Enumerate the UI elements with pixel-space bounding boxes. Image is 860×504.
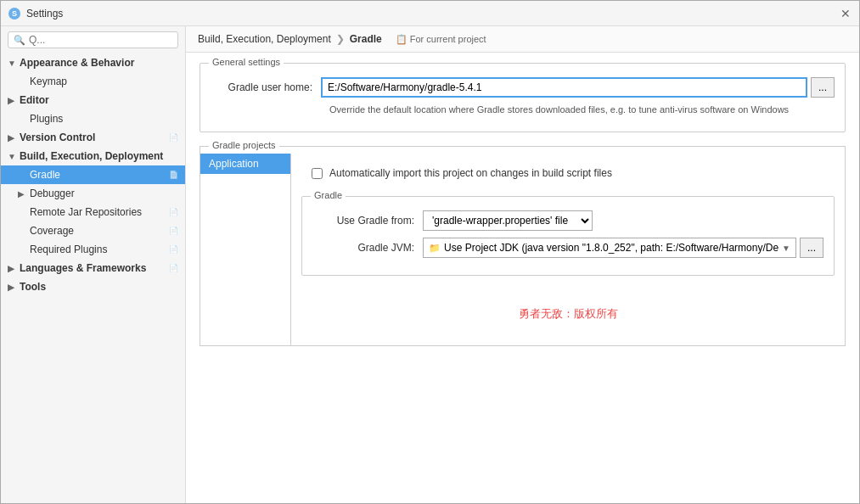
- sidebar-item-remote-jar-repositories[interactable]: Remote Jar Repositories📄: [1, 203, 185, 221]
- sidebar-item-build-execution-deployment[interactable]: ▼Build, Execution, Deployment: [1, 147, 185, 165]
- general-settings-content: Gradle user home: ... Override the defau…: [200, 64, 845, 132]
- use-gradle-from-row: Use Gradle from: 'gradle-wrapper.propert…: [312, 210, 823, 231]
- item-badge-icon: 📄: [169, 208, 178, 216]
- for-current-label: 📋For current project: [396, 34, 486, 45]
- tree-arrow: ▼: [8, 152, 18, 161]
- info-icon: 📋: [396, 34, 408, 44]
- gradle-jvm-value: Use Project JDK (java version "1.8.0_252…: [444, 242, 778, 254]
- gradle-user-home-input-wrap: ...: [321, 77, 835, 98]
- gradle-jvm-row: Gradle JVM: 📁 Use Project JDK (java vers…: [312, 238, 823, 258]
- gradle-projects-label: Gradle projects: [209, 140, 279, 150]
- gradle-jvm-select-wrap: 📁 Use Project JDK (java version "1.8.0_2…: [423, 238, 823, 258]
- tree-arrow: ▶: [18, 189, 28, 199]
- project-application-item[interactable]: Application: [200, 154, 290, 174]
- sidebar-items-container: ▼Appearance & BehaviorKeymap▶EditorPlugi…: [1, 53, 185, 296]
- sidebar-item-label: Keymap: [30, 76, 67, 87]
- sidebar-item-plugins[interactable]: Plugins: [1, 109, 185, 128]
- breadcrumb-part1: Build, Execution, Deployment: [198, 33, 331, 45]
- sidebar-item-label: Debugger: [30, 188, 75, 199]
- sidebar-item-label: Tools: [20, 281, 46, 293]
- close-button[interactable]: ✕: [839, 7, 852, 20]
- sidebar-item-label: Editor: [20, 94, 49, 106]
- sidebar-item-languages-frameworks[interactable]: ▶Languages & Frameworks📄: [1, 259, 185, 277]
- search-input[interactable]: [29, 34, 172, 46]
- sidebar-item-tools[interactable]: ▶Tools: [1, 277, 185, 296]
- sidebar-item-version-control[interactable]: ▶Version Control📄: [1, 128, 185, 147]
- title-bar: S Settings ✕: [1, 1, 859, 26]
- sidebar-item-label: Coverage: [30, 225, 74, 237]
- settings-window: S Settings ✕ 🔍 ▼Appearance & BehaviorKey…: [0, 0, 860, 504]
- general-settings-section: General settings Gradle user home: ... O…: [200, 63, 846, 132]
- breadcrumb-part2: Gradle: [350, 33, 382, 45]
- projects-list-panel: Application: [200, 154, 291, 345]
- content-panel: Build, Execution, Deployment ❯ Gradle 📋F…: [186, 26, 859, 503]
- gradle-jvm-label: Gradle JVM:: [312, 242, 423, 254]
- main-area: 🔍 ▼Appearance & BehaviorKeymap▶EditorPlu…: [1, 26, 859, 503]
- chevron-down-icon: ▼: [782, 244, 790, 253]
- gradle-subsection-content: Use Gradle from: 'gradle-wrapper.propert…: [302, 197, 834, 275]
- gradle-subsection: Gradle Use Gradle from: 'gradle-wrapper.…: [301, 196, 835, 276]
- gradle-user-home-row: Gradle user home: ...: [211, 77, 835, 98]
- item-badge-icon: 📄: [169, 245, 178, 254]
- sidebar-item-label: Appearance & Behavior: [20, 57, 134, 69]
- content-body: General settings Gradle user home: ... O…: [186, 53, 859, 503]
- tree-arrow: ▶: [8, 133, 18, 143]
- tree-arrow: ▶: [8, 264, 18, 273]
- general-settings-label: General settings: [209, 57, 284, 67]
- sidebar-item-label: Version Control: [20, 132, 95, 143]
- gradle-projects-content: Application Automatically import this pr…: [200, 147, 845, 345]
- tree-arrow: ▶: [8, 96, 18, 105]
- breadcrumb-separator: ❯: [336, 33, 345, 45]
- tree-arrow: ▼: [8, 59, 18, 68]
- sidebar-item-label: Required Plugins: [30, 244, 107, 255]
- gradle-user-home-label: Gradle user home:: [211, 81, 321, 93]
- svg-text:S: S: [12, 9, 17, 18]
- sidebar-item-label: Build, Execution, Deployment: [20, 150, 163, 162]
- item-badge-icon: 📄: [169, 133, 178, 142]
- sidebar-item-coverage[interactable]: Coverage📄: [1, 221, 185, 240]
- auto-import-checkbox[interactable]: [312, 168, 323, 179]
- auto-import-label: Automatically import this project on cha…: [329, 167, 612, 179]
- gradle-subsection-label: Gradle: [311, 190, 346, 200]
- jdk-icon: 📁: [429, 243, 441, 254]
- app-icon: S: [8, 7, 21, 20]
- watermark: 勇者无敌：版权所有: [301, 289, 835, 339]
- sidebar-item-label: Languages & Frameworks: [20, 262, 146, 274]
- sidebar-item-keymap[interactable]: Keymap: [1, 72, 185, 91]
- sidebar-item-label: Remote Jar Repositories: [30, 206, 142, 218]
- gradle-projects-section: Gradle projects Application Automaticall…: [200, 146, 846, 346]
- sidebar-item-required-plugins[interactable]: Required Plugins📄: [1, 240, 185, 259]
- item-badge-icon: 📄: [169, 227, 178, 235]
- use-gradle-from-select[interactable]: 'gradle-wrapper.properties' file: [423, 210, 593, 231]
- breadcrumb: Build, Execution, Deployment ❯ Gradle 📋F…: [186, 26, 859, 53]
- item-badge-icon: 📄: [169, 171, 178, 179]
- sidebar-item-editor[interactable]: ▶Editor: [1, 91, 185, 109]
- gradle-user-home-browse-button[interactable]: ...: [811, 77, 835, 98]
- search-icon: 🔍: [14, 35, 25, 46]
- use-gradle-from-select-wrap: 'gradle-wrapper.properties' file: [423, 210, 593, 231]
- auto-import-row: Automatically import this project on cha…: [301, 160, 835, 186]
- window-title: Settings: [26, 8, 839, 20]
- gradle-user-home-hint: Override the default location where Grad…: [329, 104, 835, 115]
- item-badge-icon: 📄: [169, 264, 178, 272]
- sidebar-item-gradle[interactable]: Gradle📄: [1, 165, 185, 184]
- projects-right-panel: Automatically import this project on cha…: [291, 154, 845, 345]
- sidebar-item-label: Plugins: [30, 113, 63, 125]
- gradle-jvm-select[interactable]: 📁 Use Project JDK (java version "1.8.0_2…: [423, 238, 796, 258]
- watermark-text: 勇者无敌：版权所有: [519, 307, 618, 320]
- sidebar-item-debugger[interactable]: ▶Debugger: [1, 184, 185, 203]
- gradle-user-home-input[interactable]: [321, 77, 807, 98]
- gradle-jvm-browse-button[interactable]: ...: [800, 238, 823, 258]
- tree-arrow: ▶: [8, 283, 18, 292]
- sidebar-item-appearance-behavior[interactable]: ▼Appearance & Behavior: [1, 53, 185, 72]
- sidebar: 🔍 ▼Appearance & BehaviorKeymap▶EditorPlu…: [1, 26, 186, 503]
- use-gradle-from-label: Use Gradle from:: [312, 215, 423, 227]
- sidebar-item-label: Gradle: [30, 169, 60, 181]
- search-box[interactable]: 🔍: [8, 31, 178, 48]
